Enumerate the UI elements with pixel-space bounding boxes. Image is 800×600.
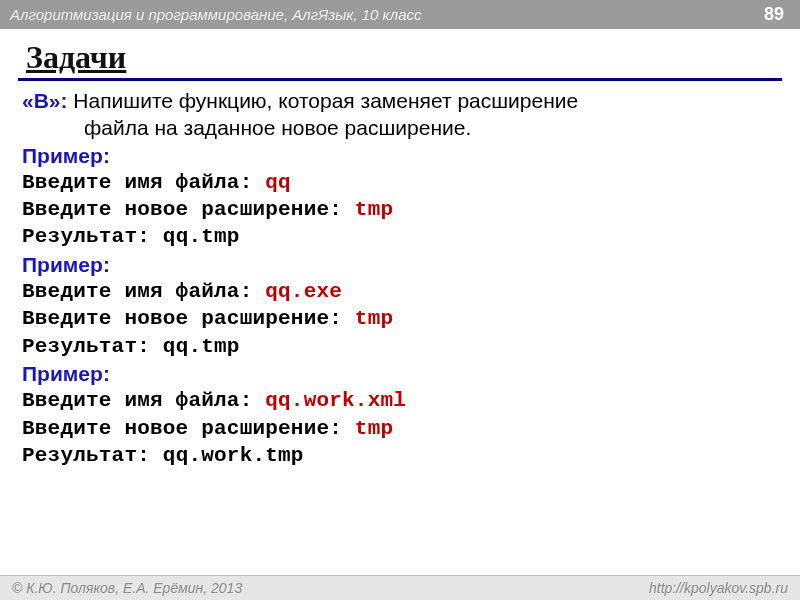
filename-line: Введите имя файла: qq (22, 169, 778, 196)
header-title: Алгоритмизация и программирование, АлгЯз… (10, 6, 422, 23)
result-value: qq.tmp (163, 225, 240, 248)
ext-input: tmp (355, 198, 393, 221)
page-number: 89 (764, 4, 784, 25)
colon: : (103, 362, 110, 385)
ext-input: tmp (355, 307, 393, 330)
ext-input: tmp (355, 417, 393, 440)
footer-bar: © К.Ю. Поляков, Е.А. Ерёмин, 2013 http:/… (0, 575, 800, 600)
colon: : (103, 253, 110, 276)
example-label: Пример (22, 362, 103, 385)
filename-prompt: Введите имя файла: (22, 280, 265, 303)
filename-line: Введите имя файла: qq.exe (22, 278, 778, 305)
filename-input: qq.work.xml (265, 389, 406, 412)
ext-prompt: Введите новое расширение: (22, 417, 355, 440)
result-value: qq.tmp (163, 335, 240, 358)
filename-input: qq.exe (265, 280, 342, 303)
slide: Алгоритмизация и программирование, АлгЯз… (0, 0, 800, 600)
ext-line: Введите новое расширение: tmp (22, 305, 778, 332)
filename-input: qq (265, 171, 291, 194)
footer-url: http://kpolyakov.spb.ru (649, 580, 788, 596)
level-label: «B»: (22, 89, 68, 112)
content: «B»: Напишите функцию, которая заменяет … (22, 87, 778, 469)
header-bar: Алгоритмизация и программирование, АлгЯз… (0, 0, 800, 29)
task-line2: файла на заданное новое расширение. (84, 114, 778, 141)
task-line1: Напишите функцию, которая заменяет расши… (68, 89, 579, 112)
result-value: qq.work.tmp (163, 444, 304, 467)
title-row: Задачи (18, 39, 782, 81)
colon: : (103, 144, 110, 167)
ext-line: Введите новое расширение: tmp (22, 196, 778, 223)
filename-line: Введите имя файла: qq.work.xml (22, 387, 778, 414)
ext-prompt: Введите новое расширение: (22, 307, 355, 330)
result-prompt: Результат: (22, 225, 163, 248)
ext-line: Введите новое расширение: tmp (22, 415, 778, 442)
result-line: Результат: qq.work.tmp (22, 442, 778, 469)
example-block: Пример: Введите имя файла: qq.exe Введит… (22, 251, 778, 360)
result-prompt: Результат: (22, 335, 163, 358)
example-block: Пример: Введите имя файла: qq.work.xml В… (22, 360, 778, 469)
example-block: Пример: Введите имя файла: qq Введите но… (22, 142, 778, 251)
filename-prompt: Введите имя файла: (22, 389, 265, 412)
example-label: Пример (22, 253, 103, 276)
page-title: Задачи (26, 39, 126, 75)
result-line: Результат: qq.tmp (22, 333, 778, 360)
filename-prompt: Введите имя файла: (22, 171, 265, 194)
example-label: Пример (22, 144, 103, 167)
task-description: «B»: Напишите функцию, которая заменяет … (22, 87, 778, 142)
copyright-text: © К.Ю. Поляков, Е.А. Ерёмин, 2013 (12, 580, 242, 596)
ext-prompt: Введите новое расширение: (22, 198, 355, 221)
result-line: Результат: qq.tmp (22, 223, 778, 250)
result-prompt: Результат: (22, 444, 163, 467)
